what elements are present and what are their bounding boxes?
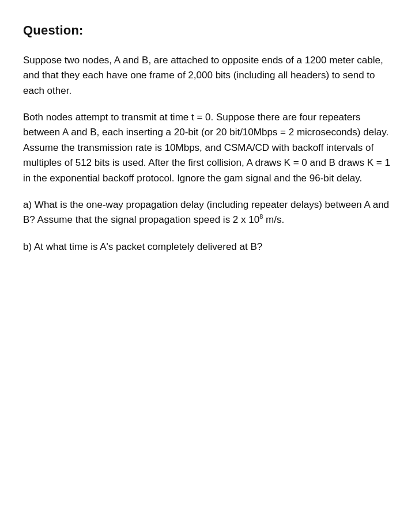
part-a-text: a) What is the one-way propagation delay… — [23, 197, 392, 228]
part-a-paragraph: a) What is the one-way propagation delay… — [23, 197, 392, 228]
part-a-text-before: a) What is the one-way propagation delay… — [23, 199, 389, 225]
intro-text: Suppose two nodes, A and B, are attached… — [23, 53, 392, 98]
body-text: Both nodes attempt to transmit at time t… — [23, 110, 392, 186]
body-paragraph: Both nodes attempt to transmit at time t… — [23, 110, 392, 186]
part-b-text: b) At what time is A's packet completely… — [23, 240, 392, 254]
part-a-text-after: m/s. — [263, 214, 284, 225]
intro-paragraph: Suppose two nodes, A and B, are attached… — [23, 53, 392, 98]
part-b-paragraph: b) At what time is A's packet completely… — [23, 240, 392, 254]
page-title: Question: — [23, 21, 392, 40]
